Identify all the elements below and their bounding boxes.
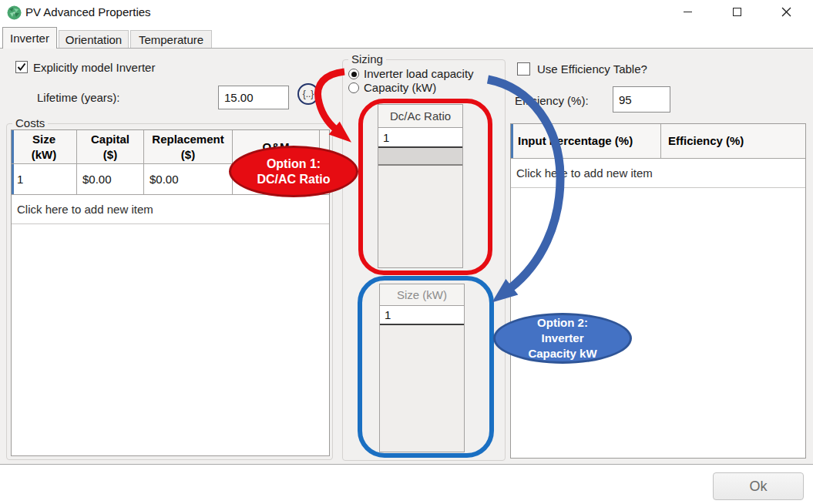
costs-table-header-row: Size (kW) Capital ($) Replacement ($) O&… <box>12 130 329 164</box>
tab-temperature[interactable]: Temperature <box>130 30 212 49</box>
efficiency-add-row[interactable]: Click here to add new item <box>511 159 805 188</box>
use-efficiency-table-label: Use Efficiency Table? <box>537 62 647 76</box>
inverter-load-capacity-radio[interactable] <box>348 69 359 79</box>
tab-inverter[interactable]: Inverter <box>2 27 57 49</box>
sizing-group-label: Sizing <box>348 52 386 66</box>
explicitly-model-inverter-checkbox[interactable] <box>15 61 28 73</box>
maximize-button[interactable] <box>719 0 754 23</box>
dcac-ratio-new-row[interactable] <box>378 148 462 166</box>
costs-col-filler <box>320 130 329 163</box>
lifetime-sensitivity-button[interactable]: {..} <box>297 83 319 105</box>
costs-table-row[interactable]: 1 $0.00 $0.00 <box>12 164 329 195</box>
costs-cell-size[interactable]: 1 <box>12 164 77 194</box>
header-accent-stripe <box>511 124 513 158</box>
lifetime-label: Lifetime (years): <box>37 91 120 104</box>
dcac-ratio-cell[interactable]: 1 <box>378 128 462 148</box>
costs-col-om[interactable]: O&M <box>233 130 320 163</box>
ok-button[interactable]: Ok <box>713 472 804 500</box>
costs-group-label: Costs <box>12 116 48 129</box>
costs-col-size[interactable]: Size (kW) <box>12 130 77 163</box>
capacity-kw-radio[interactable] <box>348 82 359 93</box>
dcac-ratio-table: Dc/Ac Ratio 1 <box>378 104 463 268</box>
minimize-icon <box>684 12 692 12</box>
costs-cell-om[interactable] <box>233 164 320 194</box>
footer-bar <box>0 464 813 504</box>
row-accent-stripe <box>12 164 14 194</box>
dcac-ratio-header[interactable]: Dc/Ac Ratio <box>378 105 462 128</box>
size-kw-header[interactable]: Size (kW) <box>380 284 464 306</box>
title-bar: PV Advanced Properties <box>0 0 813 25</box>
explicitly-model-inverter-label: Explicitly model Inverter <box>33 61 155 74</box>
costs-add-row[interactable]: Click here to add new item <box>12 195 329 224</box>
inverter-load-capacity-label: Inverter load capacity <box>364 67 474 80</box>
costs-cell-capital[interactable]: $0.00 <box>77 164 144 194</box>
costs-table: Size (kW) Capital ($) Replacement ($) O&… <box>11 129 330 456</box>
costs-cell-replacement[interactable]: $0.00 <box>144 164 233 194</box>
efficiency-table: Input Percentage (%) Efficiency (%) Clic… <box>510 123 806 459</box>
pv-advanced-properties-dialog: PV Advanced Properties Inverter Orientat… <box>0 0 813 504</box>
efficiency-col-input-percentage[interactable]: Input Percentage (%) <box>511 124 661 158</box>
efficiency-input[interactable] <box>613 86 670 113</box>
lifetime-input[interactable] <box>218 86 289 109</box>
close-button[interactable] <box>768 0 804 23</box>
tab-orientation[interactable]: Orientation <box>59 30 129 49</box>
close-icon <box>781 7 791 17</box>
efficiency-table-header-row: Input Percentage (%) Efficiency (%) <box>511 124 805 159</box>
costs-col-capital[interactable]: Capital ($) <box>77 130 144 163</box>
size-kw-table: Size (kW) 1 <box>379 284 465 452</box>
size-kw-cell[interactable]: 1 <box>380 306 464 325</box>
maximize-icon <box>733 8 741 16</box>
efficiency-label: Efficiency (%): <box>515 94 589 107</box>
window-title: PV Advanced Properties <box>25 5 151 18</box>
app-logo-icon <box>7 5 22 20</box>
costs-col-replacement[interactable]: Replacement ($) <box>144 130 233 163</box>
header-accent-stripe <box>12 130 14 163</box>
efficiency-col-efficiency[interactable]: Efficiency (%) <box>661 124 805 158</box>
checkmark-icon <box>17 62 26 72</box>
minimize-button[interactable] <box>670 0 705 23</box>
capacity-kw-label: Capacity (kW) <box>364 81 436 94</box>
use-efficiency-table-checkbox[interactable] <box>517 62 530 76</box>
